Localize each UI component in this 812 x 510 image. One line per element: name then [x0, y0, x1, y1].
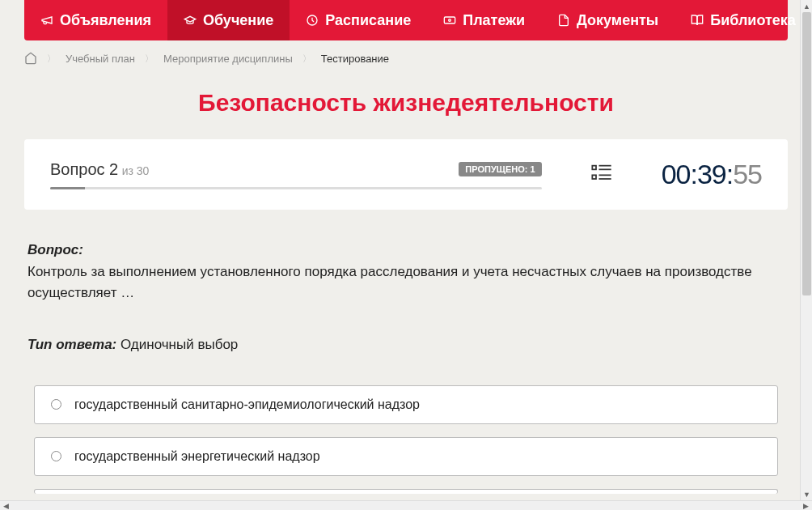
answers-list: государственный санитарно-эпидемиологиче…: [27, 385, 785, 494]
answer-option[interactable]: государственный санитарно-эпидемиологиче…: [34, 385, 778, 424]
nav-item-label: Обучение: [203, 12, 273, 29]
scroll-right-arrow-icon[interactable]: ▶: [800, 501, 812, 510]
nav-documents[interactable]: Документы: [541, 0, 675, 40]
scroll-left-arrow-icon[interactable]: ◀: [0, 501, 12, 510]
breadcrumb-current: Тестирование: [321, 53, 389, 65]
svg-rect-1: [445, 17, 455, 23]
nav-item-label: Платежи: [463, 12, 525, 29]
nav-announcements[interactable]: Объявления: [24, 0, 167, 40]
answer-option[interactable]: [34, 489, 778, 494]
nav-item-label: Объявления: [60, 12, 151, 29]
answer-text: государственный санитарно-эпидемиологиче…: [74, 397, 420, 412]
timer-seconds: 55: [733, 159, 762, 189]
chevron-right-icon: 〉: [145, 53, 154, 65]
breadcrumb-link[interactable]: Мероприятие дисциплины: [163, 53, 293, 65]
skipped-badge: ПРОПУЩЕНО: 1: [459, 162, 541, 176]
list-icon: [590, 173, 613, 187]
nav-item-label: Расписание: [325, 12, 411, 29]
question-list-button[interactable]: [542, 162, 662, 188]
question-number: Вопрос 2: [50, 160, 118, 178]
payment-icon: [443, 14, 456, 27]
page-title: Безопасность жизнедеятельности: [24, 89, 788, 117]
book-icon: [691, 14, 704, 27]
svg-point-2: [449, 19, 451, 22]
scroll-up-arrow-icon[interactable]: ▲: [801, 0, 812, 12]
nav-item-label: Документы: [577, 12, 658, 29]
nav-schedule[interactable]: Расписание: [290, 0, 427, 40]
timer: 00:39:55: [662, 159, 762, 190]
breadcrumb-link[interactable]: Учебный план: [66, 53, 135, 65]
megaphone-icon: [40, 14, 53, 27]
vertical-scrollbar[interactable]: ▲ ▼: [800, 0, 812, 500]
answer-text: государственный энергетический надзор: [74, 449, 320, 464]
question-total: из 30: [122, 164, 150, 177]
clock-icon: [306, 14, 319, 27]
answer-type-label: Тип ответа:: [27, 337, 116, 352]
timer-main: 00:39:: [662, 159, 734, 189]
svg-rect-6: [592, 175, 596, 179]
question-label: Вопрос:: [27, 242, 83, 257]
answer-option[interactable]: государственный энергетический надзор: [34, 437, 778, 476]
main-nav: Объявления Обучение Расписание Платежи: [24, 0, 788, 40]
status-panel: Вопрос 2 из 30 ПРОПУЩЕНО: 1 00:39:55: [24, 139, 788, 210]
question-text: Контроль за выполнением установленного п…: [27, 261, 785, 304]
nav-item-label: Библиотека: [710, 12, 796, 29]
nav-library[interactable]: Библиотека: [675, 0, 812, 40]
document-icon: [557, 14, 570, 27]
horizontal-scrollbar[interactable]: ◀ ▶: [0, 500, 812, 510]
radio-icon: [51, 399, 61, 410]
svg-rect-3: [592, 165, 596, 169]
chevron-right-icon: 〉: [302, 53, 311, 65]
nav-learning[interactable]: Обучение: [167, 0, 290, 40]
nav-payments[interactable]: Платежи: [427, 0, 541, 40]
home-icon[interactable]: [24, 52, 37, 65]
graduation-icon: [184, 14, 197, 27]
answer-type-value: Одиночный выбор: [121, 337, 238, 352]
radio-icon: [51, 451, 61, 461]
progress-fill: [50, 187, 85, 189]
breadcrumb: 〉 Учебный план 〉 Мероприятие дисциплины …: [24, 40, 788, 76]
progress-bar: [50, 187, 542, 189]
scrollbar-thumb[interactable]: [802, 12, 811, 295]
chevron-right-icon: 〉: [47, 53, 56, 65]
scroll-down-arrow-icon[interactable]: ▼: [801, 488, 812, 500]
